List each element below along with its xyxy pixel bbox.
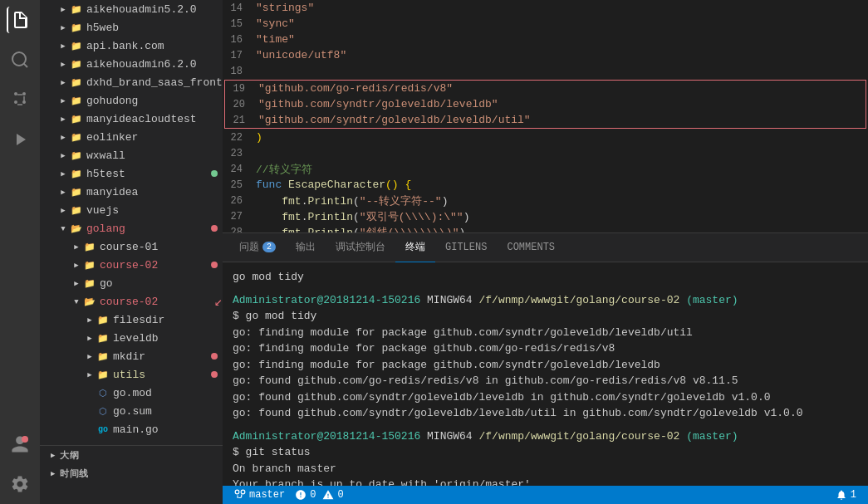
terminal-output-1: go: finding module for package github.co… (233, 325, 858, 341)
sidebar-item-gosum[interactable]: ⬡ go.sum (40, 402, 223, 420)
terminal-output-branch: On branch master (233, 461, 858, 477)
sidebar-item-apibank[interactable]: 📁 api.bank.com (40, 37, 223, 55)
folder-icon: 📁 (70, 94, 83, 107)
file-icon: ⬡ (96, 404, 110, 418)
sidebar-item-maingo[interactable]: go main.go (40, 420, 223, 438)
line-number: 28 (223, 227, 256, 233)
files-icon[interactable] (7, 7, 33, 33)
tab-gitlens[interactable]: GITLENS (435, 233, 497, 262)
warning-icon (322, 489, 334, 501)
sidebar-item-label: aikehouadmin5.2.0 (86, 3, 223, 16)
line-number: 16 (223, 34, 256, 46)
code-line-19: 19 "github.com/go-redis/redis/v8" (225, 81, 866, 96)
collapse-arrow (56, 2, 70, 16)
current-indicator: ↙ (214, 293, 223, 310)
spacer (233, 286, 858, 292)
sidebar-item-h5test[interactable]: 📁 h5test (40, 164, 223, 183)
search-icon[interactable] (7, 46, 33, 73)
folder-icon: 📁 (70, 203, 83, 217)
folder-icon: 📁 (70, 185, 83, 198)
terminal-panel: 问题 2 输出 调试控制台 终端 GITLENS COMMENTS go mod… (223, 232, 868, 486)
account-icon[interactable] (7, 431, 33, 458)
sidebar-item-mkdir[interactable]: 📁 mkdir (40, 347, 223, 365)
code-line-28: 28 fmt.Println("斜线(\\\\\\\\)") (223, 224, 868, 232)
spacer (83, 404, 96, 418)
notification-status[interactable]: 1 (831, 489, 861, 501)
source-control-icon[interactable] (7, 86, 33, 113)
outline-section[interactable]: 大纲 (40, 446, 223, 464)
line-number: 26 (223, 195, 256, 207)
folder-icon: 📁 (70, 39, 83, 52)
bell-icon (836, 489, 847, 501)
folder-icon: 📂 (83, 295, 96, 308)
code-line-23: 23 (223, 145, 868, 161)
sidebar-item-eolinker[interactable]: 📁 eolinker (40, 128, 223, 146)
sidebar-item-course02-selected[interactable]: 📂 course-02 ↙ (40, 292, 223, 311)
sidebar-item-manyideacloudtest[interactable]: 📁 manyideacloudtest (40, 110, 223, 128)
tab-problems[interactable]: 问题 2 (229, 233, 286, 262)
code-line-17: 17 "unicode/utf8" (223, 47, 868, 63)
tab-label: 终端 (405, 240, 425, 254)
tab-comments[interactable]: COMMENTS (497, 233, 565, 262)
sidebar-item-leveldb[interactable]: 📁 leveldb (40, 329, 223, 347)
sidebar-item-filesdir[interactable]: 📁 filesdir (40, 311, 223, 329)
tab-label: COMMENTS (507, 242, 555, 253)
sidebar-item-course01[interactable]: 📁 course-01 (40, 237, 223, 256)
sidebar-item-h5web[interactable]: 📁 h5web (40, 18, 223, 37)
line-content: "strings" (256, 2, 861, 14)
settings-icon[interactable] (7, 471, 33, 497)
collapse-arrow (56, 112, 70, 125)
tab-label: 调试控制台 (336, 240, 385, 254)
sidebar-item-course02-first[interactable]: 📁 course-02 (40, 256, 223, 274)
tab-terminal[interactable]: 终端 (395, 233, 435, 262)
line-number: 17 (223, 50, 256, 61)
sidebar-item-dxhd[interactable]: 📁 dxhd_brand_saas_front (40, 73, 223, 91)
collapse-arrow (47, 448, 60, 462)
sidebar-item-manyidea[interactable]: 📁 manyidea (40, 183, 223, 201)
sidebar-item-aikehouadmin6[interactable]: 📁 aikehouadmin6.2.0 (40, 55, 223, 73)
errors-count: 0 (310, 489, 316, 501)
notification-count: 1 (851, 489, 856, 501)
folder-icon: 📁 (83, 258, 96, 272)
sidebar-item-utils[interactable]: 📁 utils (40, 365, 223, 384)
sidebar-item-gohudong[interactable]: 📁 gohudong (40, 91, 223, 110)
code-editor[interactable]: 14 "strings" 15 "sync" 16 "time" 17 "uni… (223, 0, 868, 232)
collapse-arrow (83, 368, 96, 381)
line-content: fmt.Println("斜线(\\\\\\\\)") (256, 225, 861, 233)
terminal-prompt-2: Administrator@20181214-150216 MINGW64 /f… (233, 428, 858, 445)
terminal-content[interactable]: go mod tidy Administrator@20181214-15021… (223, 262, 868, 486)
sidebar-item-label: h5test (86, 168, 211, 180)
sidebar-item-golang[interactable]: 📂 golang (40, 219, 223, 237)
modified-dot (211, 225, 218, 232)
sidebar-item-label: course-02 (100, 259, 211, 272)
sidebar-item-aikehouadmin5[interactable]: 📁 aikehouadmin5.2.0 (40, 0, 223, 18)
collapse-arrow (56, 185, 70, 198)
line-number: 21 (225, 115, 258, 126)
sidebar-item-wxwall[interactable]: 📁 wxwall (40, 146, 223, 164)
sidebar-item-go[interactable]: 📁 go (40, 274, 223, 292)
line-number: 22 (223, 132, 256, 144)
terminal-output-5: go: found github.com/syndtr/goleveldb/le… (233, 389, 858, 406)
errors-status[interactable]: 0 0 (290, 486, 348, 504)
sidebar-item-label: utils (113, 369, 211, 381)
line-content: func EscapeCharacter() { (256, 179, 861, 191)
line-number: 14 (223, 2, 256, 14)
sidebar-item-vuejs[interactable]: 📁 vuejs (40, 201, 223, 219)
terminal-output-3: go: finding module for package github.co… (233, 357, 858, 374)
terminal-prompt-1: Administrator@20181214-150216 MINGW64 /f… (233, 292, 858, 309)
tab-output[interactable]: 输出 (286, 233, 326, 262)
sidebar-item-label: wxwall (86, 149, 223, 162)
sidebar-item-gomod[interactable]: ⬡ go.mod (40, 384, 223, 402)
tab-debug-console[interactable]: 调试控制台 (326, 233, 395, 262)
timeline-section[interactable]: 时间线 (40, 464, 223, 482)
run-icon[interactable] (7, 126, 33, 153)
line-content: fmt.Println("--转义字符--") (256, 193, 861, 208)
collapse-arrow (83, 350, 96, 363)
main-area: 14 "strings" 15 "sync" 16 "time" 17 "uni… (223, 0, 868, 504)
branch-status[interactable]: master (229, 486, 290, 504)
terminal-line-go-mod: $ go mod tidy (233, 308, 858, 325)
folder-icon: 📂 (70, 222, 83, 235)
code-line-24: 24 //转义字符 (223, 161, 868, 177)
sidebar-item-label: golang (86, 223, 211, 235)
collapse-arrow (83, 331, 96, 345)
